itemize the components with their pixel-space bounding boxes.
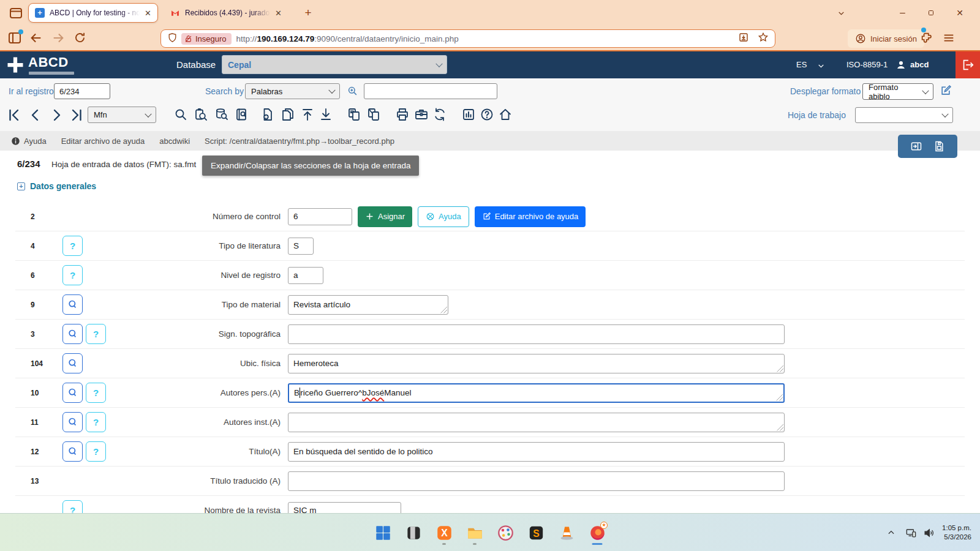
menu-hamburger-icon[interactable] — [942, 31, 956, 45]
next-record-icon[interactable] — [49, 108, 64, 122]
save-record-icon[interactable] — [933, 140, 945, 152]
field-help-button[interactable]: ? — [86, 324, 106, 344]
resize-handle-icon[interactable] — [777, 424, 783, 431]
copy-edit-icon[interactable] — [366, 107, 381, 122]
copy-pages-icon[interactable] — [347, 107, 361, 122]
help-link[interactable]: Ayuda — [11, 137, 47, 146]
clipboard-search-icon[interactable] — [194, 107, 208, 122]
database-select[interactable]: Cepal — [222, 55, 447, 74]
search-icon[interactable] — [173, 107, 188, 122]
duplicate-record-icon[interactable] — [281, 107, 295, 122]
pick-list-search-button[interactable] — [62, 353, 83, 373]
pick-list-search-button[interactable] — [62, 441, 83, 462]
field-textarea[interactable] — [288, 413, 785, 432]
save-page-icon[interactable] — [738, 32, 749, 45]
tab-close-icon[interactable]: ✕ — [145, 9, 151, 18]
statistics-icon[interactable] — [461, 107, 476, 122]
edit-help-link[interactable]: Editar archivo de ayuda — [61, 137, 145, 146]
editar-archivo-de-ayuda-button[interactable]: Editar archivo de ayuda — [475, 206, 586, 227]
field-input[interactable]: S — [288, 238, 314, 255]
field-input[interactable]: a — [288, 267, 323, 284]
tray-chevron-up-icon[interactable] — [887, 528, 895, 537]
taskbar-xampp-icon[interactable]: X — [432, 518, 456, 547]
worksheet-select[interactable] — [855, 107, 953, 123]
help-icon[interactable] — [480, 107, 494, 122]
pick-list-search-button[interactable] — [62, 412, 83, 432]
tab-list-chevron-icon[interactable] — [832, 5, 850, 21]
field-help-button[interactable]: ? — [86, 383, 106, 403]
home-icon[interactable] — [498, 107, 513, 122]
forward-icon[interactable] — [51, 31, 65, 45]
field-help-button[interactable]: ? — [86, 412, 106, 432]
open-panel-icon[interactable] — [910, 140, 922, 152]
toolbox-icon[interactable] — [414, 107, 429, 122]
firefox-view-icon[interactable] — [9, 6, 23, 20]
search-by-select[interactable]: Palabras — [245, 83, 340, 99]
asignar-button[interactable]: Asignar — [358, 206, 412, 227]
maximize-button[interactable] — [922, 5, 940, 21]
resize-handle-icon[interactable] — [777, 365, 783, 372]
new-record-icon[interactable] — [260, 107, 275, 122]
print-icon[interactable] — [395, 107, 410, 122]
edit-format-icon[interactable] — [940, 84, 952, 97]
language-chevron-icon[interactable] — [817, 62, 825, 70]
resize-handle-icon[interactable] — [440, 307, 447, 313]
speaker-icon[interactable] — [923, 527, 935, 539]
logout-button[interactable] — [956, 51, 980, 78]
language-label[interactable]: ES — [796, 60, 807, 69]
taskbar-sublime-text-icon[interactable]: S — [524, 518, 548, 547]
field-input[interactable]: 6 — [288, 208, 352, 225]
expand-plus-icon[interactable]: + — [17, 182, 25, 190]
taskbar-vlc-icon[interactable] — [555, 518, 578, 547]
field-textarea[interactable]: Revista artículo — [288, 295, 448, 315]
minimize-button[interactable] — [893, 5, 911, 21]
taskbar-paint-icon[interactable] — [494, 518, 517, 547]
field-help-button[interactable]: ? — [62, 236, 83, 256]
download-icon[interactable] — [318, 107, 333, 122]
mfn-select[interactable]: Mfn — [88, 107, 156, 123]
search-assist-icon[interactable] — [347, 85, 358, 97]
reload-icon[interactable] — [74, 31, 86, 44]
taskbar-file-explorer-icon[interactable] — [463, 518, 486, 547]
refresh-icon[interactable] — [432, 107, 447, 122]
database-search-icon[interactable] — [214, 107, 229, 122]
field-help-button[interactable]: ? — [62, 265, 83, 285]
previous-record-icon[interactable] — [28, 108, 43, 122]
bookmark-star-icon[interactable] — [758, 32, 769, 45]
taskbar-start-icon[interactable] — [371, 518, 394, 547]
book-search-icon[interactable] — [235, 107, 249, 122]
back-icon[interactable] — [29, 31, 43, 45]
field-textarea[interactable] — [288, 471, 785, 491]
field-help-button[interactable]: ? — [86, 441, 106, 462]
first-record-icon[interactable] — [7, 108, 22, 122]
resize-handle-icon[interactable] — [776, 394, 783, 401]
security-badge[interactable]: Inseguro — [181, 33, 232, 45]
upload-icon[interactable] — [300, 107, 315, 122]
search-query-input[interactable] — [364, 83, 497, 99]
go-to-record-input[interactable]: 6/234 — [54, 83, 110, 99]
pick-list-search-button[interactable] — [62, 294, 83, 315]
tab-abcd[interactable]: + ABCD | Only for testing - not fo ✕ — [28, 3, 158, 23]
pick-list-search-button[interactable] — [62, 324, 83, 344]
tab-gmail[interactable]: Recibidos (4.439) - jurado02060 ✕ — [164, 3, 288, 23]
tab-close-icon[interactable]: ✕ — [275, 9, 282, 18]
field-textarea[interactable] — [288, 324, 785, 344]
ayuda-button[interactable]: Ayuda — [418, 206, 469, 227]
shield-icon[interactable] — [167, 32, 178, 45]
taskbar-dark-app-icon[interactable] — [402, 518, 425, 547]
wiki-link[interactable]: abcdwiki — [159, 137, 190, 146]
taskbar-firefox-icon[interactable]: ★ — [586, 518, 609, 547]
display-format-select[interactable]: Formato abiblo — [862, 83, 933, 100]
field-textarea[interactable]: Briceño Guerrero^bJosé Manuel — [288, 383, 785, 403]
sidebar-toggle-icon[interactable] — [7, 31, 22, 45]
field-textarea[interactable]: Hemeroteca — [288, 354, 785, 373]
signin-button[interactable]: Iniciar sesión — [848, 29, 924, 48]
new-tab-button[interactable]: + — [301, 6, 315, 20]
field-textarea[interactable]: En búsqueda del sentido de lo politico — [288, 442, 785, 462]
device-icon[interactable] — [905, 527, 917, 539]
last-record-icon[interactable] — [69, 108, 83, 122]
section-datos-generales[interactable]: + Datos generales — [17, 181, 96, 191]
close-button[interactable]: ✕ — [951, 5, 969, 21]
taskbar-clock[interactable]: 1:05 p.m. 5/3/2026 — [942, 523, 971, 542]
extensions-puzzle-icon[interactable] — [920, 31, 933, 45]
